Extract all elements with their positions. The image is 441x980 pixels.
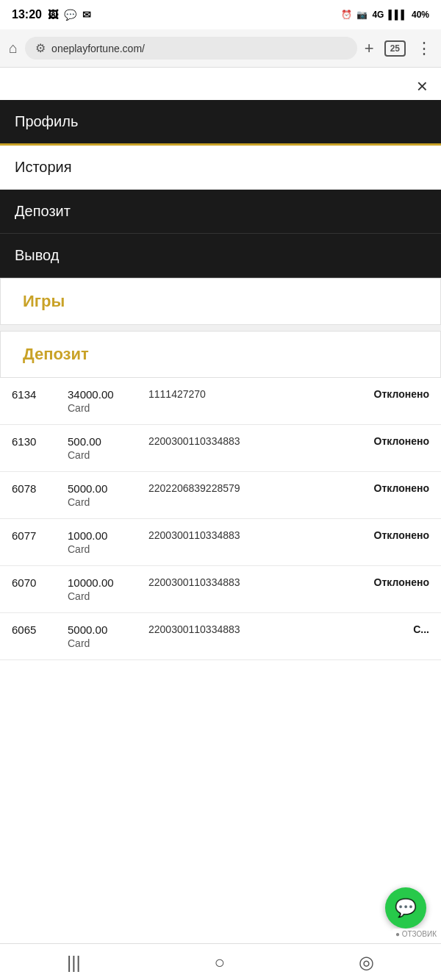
row-account: 2200300110334883 [140, 613, 287, 660]
nav-item-profile[interactable]: Профиль [0, 100, 441, 146]
row-amount: 10000.00 [68, 576, 131, 589]
whatsapp-icon: 💬 [64, 9, 76, 21]
row-account: 2200300110334883 [140, 425, 287, 472]
signal-icon: ▌▌▌ [388, 10, 407, 20]
status-bar: 13:20 🖼 💬 ✉ ⏰ 📷 4G ▌▌▌ 40% [0, 0, 441, 29]
row-amount: 1000.00 [68, 529, 131, 542]
row-account: 2200300110334883 [140, 519, 287, 566]
add-tab-icon[interactable]: + [365, 39, 374, 58]
nav-item-deposit[interactable]: Депозит [0, 190, 441, 234]
row-amount: 5000.00 [68, 623, 131, 636]
browser-menu-icon[interactable]: ⋮ [416, 39, 432, 58]
status-time: 13:20 [12, 8, 42, 21]
nav-home-button[interactable]: ○ [200, 946, 240, 979]
nav-item-withdraw[interactable]: Вывод [0, 234, 441, 278]
row-status: Отклонено [287, 378, 441, 425]
nav-menu: Профиль История Депозит Вывод [0, 100, 441, 278]
row-id: 6077 [0, 519, 59, 566]
row-status: Отклонено [287, 566, 441, 613]
table-row: 6077 1000.00 Card 2200300110334883 Откло… [0, 519, 441, 566]
url-bar[interactable]: ⚙ oneplayfortune.com/ [25, 37, 357, 60]
url-settings-icon: ⚙ [35, 41, 46, 55]
close-button[interactable]: × [417, 76, 428, 96]
browser-bar: ⌂ ⚙ oneplayfortune.com/ + 25 ⋮ [0, 29, 441, 68]
tab-count[interactable]: 25 [384, 40, 406, 57]
row-id: 6070 [0, 566, 59, 613]
row-status: С... [287, 613, 441, 660]
section-divider-1 [0, 325, 441, 331]
row-id: 6065 [0, 613, 59, 660]
bottom-nav: ||| ○ ◎ [0, 943, 441, 980]
nav-item-history[interactable]: История [0, 146, 441, 190]
section-deposit-label: Депозит [23, 345, 89, 363]
row-account: 1111427270 [140, 378, 287, 425]
table-row: 6070 10000.00 Card 2200300110334883 Откл… [0, 566, 441, 613]
row-type: Card [68, 637, 131, 649]
home-icon[interactable]: ⌂ [9, 40, 18, 57]
row-amount: 5000.00 [68, 482, 131, 495]
photo-icon: 🖼 [48, 9, 58, 21]
network-4g: 4G [372, 10, 384, 20]
main-content: × Профиль История Депозит Вывод Игры Деп… [0, 68, 441, 943]
table-row: 6078 5000.00 Card 2202206839228579 Откло… [0, 472, 441, 519]
table-row: 6065 5000.00 Card 2200300110334883 С... [0, 613, 441, 660]
watermark: ● ОТЗОВИК [392, 929, 440, 940]
battery-text: 40% [412, 10, 429, 20]
section-deposit[interactable]: Депозит [0, 331, 441, 378]
alarm-icon: ⏰ [341, 10, 352, 20]
chat-icon: 💬 [395, 898, 417, 918]
row-type: Card [68, 449, 131, 461]
row-type: Card [68, 496, 131, 508]
row-amount: 34000.00 [68, 388, 131, 401]
row-amount: 500.00 [68, 435, 131, 448]
row-status: Отклонено [287, 425, 441, 472]
row-type: Card [68, 590, 131, 602]
row-id: 6078 [0, 472, 59, 519]
row-id: 6134 [0, 378, 59, 425]
transactions-table: 6134 34000.00 Card 1111427270 Отклонено … [0, 378, 441, 660]
nav-back-button[interactable]: ||| [52, 946, 96, 979]
chat-bubble-button[interactable]: 💬 [385, 887, 426, 929]
row-status: Отклонено [287, 472, 441, 519]
table-row: 6130 500.00 Card 2200300110334883 Отклон… [0, 425, 441, 472]
nav-recent-button[interactable]: ◎ [344, 946, 389, 979]
row-status: Отклонено [287, 519, 441, 566]
camera-icon: 📷 [356, 10, 368, 20]
row-account: 2200300110334883 [140, 566, 287, 613]
section-games-label: Игры [23, 292, 65, 310]
row-id: 6130 [0, 425, 59, 472]
row-account: 2202206839228579 [140, 472, 287, 519]
section-games[interactable]: Игры [0, 278, 441, 325]
row-type: Card [68, 402, 131, 414]
message-icon: ✉ [82, 9, 91, 21]
row-type: Card [68, 543, 131, 555]
table-row: 6134 34000.00 Card 1111427270 Отклонено [0, 378, 441, 425]
url-text: oneplayfortune.com/ [51, 43, 145, 54]
